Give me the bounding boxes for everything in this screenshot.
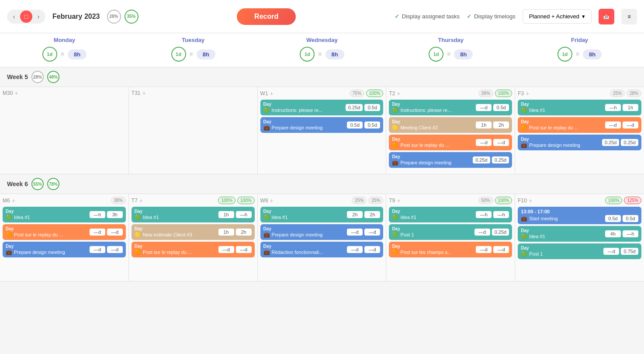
- record-button-wrap: Record: [237, 8, 296, 25]
- task-w1-instructions[interactable]: Day 🟢 Instructions: please re... 0.25d 0…: [260, 100, 384, 115]
- pct-f10-1: 100%: [605, 197, 623, 204]
- day-name-friday: Friday: [517, 37, 642, 43]
- task-w1-prepare[interactable]: Day 💼 Prepare design meeting 0.5d 0.5d: [260, 117, 384, 133]
- meeting-name: Start meeting: [529, 216, 603, 221]
- week-6-badge-2: 78%: [47, 178, 59, 190]
- task-f3-idea[interactable]: Day 🟢 Idea #1 —h 1h: [518, 100, 641, 115]
- calendar-icon-button[interactable]: 📅: [599, 9, 614, 24]
- task-icon: 🟢: [6, 214, 12, 220]
- nav-next-button[interactable]: ›: [32, 10, 45, 23]
- task-m6-post[interactable]: Day 🟠 Post sur le replay du ... —d —d: [3, 224, 126, 240]
- hours-friday: 8h: [583, 49, 602, 59]
- week-5-grid: M30 + T31 + W1 +: [0, 87, 644, 174]
- task-t7-idea[interactable]: Day 🟢 Idea #1 1h —h: [132, 207, 255, 222]
- add-w1[interactable]: +: [270, 90, 274, 97]
- cell-date-t9: T9 +: [389, 197, 400, 204]
- header-right: ✓ Display assigned tasks ✓ Display timel…: [395, 9, 637, 24]
- record-button[interactable]: Record: [237, 8, 296, 25]
- task-t7-post[interactable]: Day 🟠 Post sur le replay du ... —d —d: [132, 242, 255, 257]
- add-t31[interactable]: +: [142, 90, 145, 97]
- cell-date-f3: F3 +: [518, 90, 529, 97]
- display-assigned-tasks: ✓ Display assigned tasks: [395, 13, 460, 20]
- task-t2-meeting[interactable]: Day 🟡 Meeting Client #2 1h 2h: [389, 117, 512, 133]
- day-time-wednesday: 1d = 8h: [260, 47, 385, 62]
- cell-t7: T7 + 100% 100% Day 🟢 Idea #1: [129, 194, 258, 281]
- cell-date-f10: F10 +: [518, 197, 532, 204]
- task-t9-idea[interactable]: Day 🟢 Idea #1 —h —h: [389, 207, 512, 222]
- task-m6-prepare[interactable]: Day 💼 Prepare design meeting —d —d: [3, 242, 126, 257]
- cell-w8: W8 + 25% 25% Day 🟢 Idea #1: [258, 194, 387, 281]
- nav-prev-button[interactable]: ‹: [8, 10, 20, 23]
- calendar-icon: 📅: [603, 14, 609, 20]
- add-t9[interactable]: +: [397, 197, 400, 204]
- task-f3-prepare[interactable]: Day 💼 Prepare design meeting 0.25d 0.25d: [518, 135, 641, 150]
- task-t7-estimate[interactable]: Day 🟡 New estimate Client #3 1h 2h: [132, 224, 255, 240]
- task-w8-prepare[interactable]: Day 💼 Prepare design meeting —d —d: [260, 224, 384, 240]
- planned-achieved-dropdown[interactable]: Planned + Achieved ▾: [523, 9, 592, 24]
- time-field[interactable]: 0.5d: [364, 104, 380, 111]
- toggle-button[interactable]: ≡: [621, 9, 637, 24]
- task-t2-post[interactable]: Day 🟠 Post sur le replay du ... —d —d: [389, 135, 512, 150]
- day-badge-wednesday: 1d: [300, 47, 315, 62]
- task-f10-post1[interactable]: Day 🟢 Post 1 —d 0.75d: [518, 243, 641, 259]
- day-badge-monday: 1d: [42, 47, 57, 62]
- pct-m6-1: 38%: [111, 197, 126, 204]
- task-w8-idea[interactable]: Day 🟢 Idea #1 2h 2h: [260, 207, 384, 222]
- cell-m6: M6 + 38% Day 🟢 Idea #1: [0, 194, 129, 281]
- chevron-down-icon: ▾: [582, 13, 585, 20]
- day-badge-thursday: 1d: [429, 47, 443, 62]
- day-name-tuesday: Tuesday: [131, 37, 256, 43]
- task-f3-post[interactable]: Day 🟠 Post sur le replay du ... —d —d: [518, 117, 641, 133]
- calendar-nav-icon[interactable]: □: [20, 10, 32, 23]
- pct-w1-2: 100%: [366, 90, 384, 97]
- day-name-thursday: Thursday: [388, 37, 513, 43]
- month-title: February 2023: [52, 13, 100, 21]
- pct-t7-2: 100%: [237, 197, 255, 204]
- cell-date-w8: W8 +: [260, 197, 274, 204]
- task-w8-redaction[interactable]: Day 💼 Rédaction fonctionnali... —d —d: [260, 242, 384, 257]
- task-icon-suitcase: 💼: [263, 125, 270, 131]
- pct-f10-2: 125%: [624, 197, 641, 204]
- add-m6[interactable]: +: [12, 197, 15, 204]
- check-timelogs-icon: ✓: [467, 13, 471, 20]
- week-pct-badge-1: 28%: [107, 10, 121, 24]
- task-f10-idea[interactable]: Day 🟢 Idea #1 4h —h: [518, 226, 641, 242]
- pct-t2-2: 100%: [495, 90, 512, 97]
- week-6-header: Week 6 55% 78%: [0, 174, 644, 194]
- add-t2[interactable]: +: [397, 90, 400, 97]
- cell-f3: F3 + 25% 28% Day 🟢 Idea #1: [515, 87, 644, 174]
- task-icon: 💼: [263, 232, 270, 238]
- task-icon: 🟢: [392, 107, 398, 113]
- task-t2-prepare[interactable]: Day 💼 Prepare design meeting 0.25d 0.25d: [389, 152, 512, 168]
- cell-f10: F10 + 100% 125% 13:00 - 17:00 💼 Start me…: [515, 194, 644, 281]
- add-t7[interactable]: +: [139, 197, 143, 204]
- hours-wednesday: 8h: [325, 49, 344, 59]
- header: ‹ □ › February 2023 28% 35% Record ✓ Dis…: [0, 0, 644, 33]
- cell-date-m6: M6 +: [3, 197, 15, 204]
- pct-f3-1: 25%: [610, 90, 625, 97]
- task-t9-post-champs[interactable]: Day 🟠 Post sur les champs s... —d —d: [389, 242, 512, 257]
- add-w8[interactable]: +: [270, 197, 274, 204]
- time-field[interactable]: 0.5d: [347, 121, 363, 128]
- task-icon: 🟢: [135, 214, 141, 220]
- task-icon: 🟢: [521, 107, 527, 113]
- add-f3[interactable]: +: [526, 90, 529, 97]
- cell-date-m30: M30 +: [3, 90, 18, 97]
- add-f10[interactable]: +: [529, 197, 532, 204]
- task-icon: 💼: [521, 142, 527, 148]
- pct-t9-1: 50%: [478, 197, 493, 204]
- cell-m30: M30 +: [0, 87, 129, 174]
- cell-t2: T2 + 38% 100% Day 🟢 Instructions: please…: [386, 87, 515, 174]
- day-header-thursday: Thursday 1d = 8h: [386, 33, 515, 67]
- task-t9-post1[interactable]: Day 🟢 Post 1 —d 0.25d: [389, 224, 512, 240]
- time-field[interactable]: 0.25d: [346, 104, 363, 111]
- task-t2-instructions[interactable]: Day 🟢 Instructions: please re... —d 0.5d: [389, 100, 512, 115]
- week-5-label: Week 5: [7, 73, 28, 80]
- task-m6-idea[interactable]: Day 🟢 Idea #1 —h 3h: [3, 207, 126, 222]
- task-icon: 🟢: [521, 251, 527, 257]
- time-field[interactable]: 0.5d: [364, 121, 380, 128]
- add-m30[interactable]: +: [14, 90, 18, 97]
- pct-w1-1: 75%: [350, 90, 364, 97]
- task-f10-meeting-block[interactable]: 13:00 - 17:00 💼 Start meeting 0.5d 0.5d: [518, 207, 641, 224]
- day-time-monday: 1d = 8h: [2, 47, 127, 62]
